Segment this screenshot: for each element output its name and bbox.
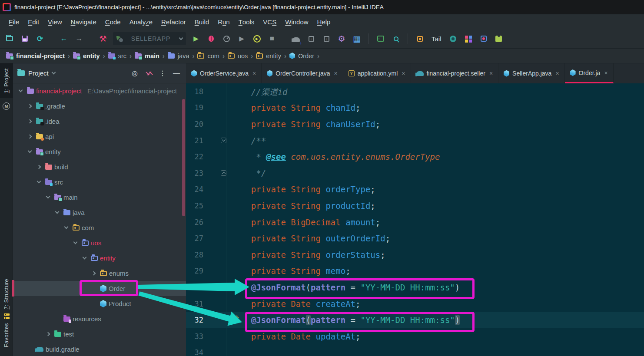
chevron-right-icon[interactable] bbox=[92, 271, 96, 276]
build-project-button[interactable]: ⚒ bbox=[98, 33, 108, 44]
download-dependencies-button[interactable]: ↓ bbox=[321, 33, 332, 44]
editor-tab-financial-project-seller[interactable]: financial-project.seller× bbox=[411, 63, 499, 83]
menu-vcs[interactable]: VCS bbox=[259, 14, 281, 29]
breadcrumb-item-main[interactable]: main bbox=[135, 53, 159, 59]
menu-run[interactable]: Run bbox=[213, 14, 234, 29]
chevron-down-icon[interactable] bbox=[28, 149, 32, 153]
chevron-down-icon[interactable] bbox=[51, 70, 56, 75]
breadcrumb-item-src[interactable]: src bbox=[108, 53, 126, 59]
panel-title[interactable]: Project bbox=[28, 69, 49, 77]
code-line-31[interactable]: 31 private Date createAt; bbox=[186, 296, 644, 312]
collapse-all-button[interactable]: ↘↖ bbox=[143, 70, 154, 76]
save-all-button[interactable] bbox=[20, 33, 30, 44]
forward-button[interactable]: → bbox=[74, 33, 84, 44]
menu-code[interactable]: Code bbox=[101, 14, 125, 29]
tree-item-uos[interactable]: uos bbox=[13, 235, 186, 251]
menu-tools[interactable]: Tools bbox=[234, 14, 259, 29]
tree-item--idea[interactable]: .idea bbox=[13, 114, 186, 129]
tail-plugin-label[interactable]: Tail bbox=[430, 35, 443, 43]
tree-item-java[interactable]: java bbox=[13, 205, 186, 220]
code-line-19[interactable]: 19 private String chanId; bbox=[186, 100, 644, 116]
fold-marker-icon[interactable] bbox=[221, 170, 226, 176]
stop-button[interactable]: ■ bbox=[267, 33, 277, 44]
terminal-button[interactable]: ›_ bbox=[375, 33, 386, 44]
code-line-21[interactable]: 21 /** bbox=[186, 132, 644, 149]
chevron-down-icon[interactable] bbox=[55, 210, 60, 214]
color-squares-plugin-button[interactable] bbox=[463, 33, 474, 44]
bookmarks-icon[interactable] bbox=[4, 313, 10, 316]
code-line-23[interactable]: 23 */ bbox=[186, 165, 644, 181]
layout-grid-button[interactable]: ▦ bbox=[352, 33, 362, 44]
profile-button[interactable]: ▶ bbox=[236, 33, 247, 44]
code-line-34[interactable]: 34 bbox=[186, 345, 644, 356]
locate-file-button[interactable]: ◎ bbox=[129, 69, 140, 77]
chevron-right-icon[interactable] bbox=[28, 135, 32, 139]
tree-item-test[interactable]: test bbox=[13, 326, 186, 342]
close-icon[interactable]: × bbox=[252, 70, 256, 77]
tree-item-financial-project[interactable]: financial-projectE:\JavaProject\financia… bbox=[13, 83, 186, 99]
menu-file[interactable]: File bbox=[4, 14, 23, 29]
code-line-25[interactable]: 25 private String productId; bbox=[186, 198, 644, 214]
editor-body[interactable]: 18 //渠道id19 private String chanId;20 pri… bbox=[186, 83, 644, 356]
close-icon[interactable]: × bbox=[489, 70, 493, 77]
close-icon[interactable]: × bbox=[334, 70, 338, 77]
menu-help[interactable]: Help bbox=[313, 14, 335, 29]
menu-edit[interactable]: Edit bbox=[23, 14, 43, 29]
rerun-button[interactable]: ▶ bbox=[252, 33, 262, 44]
menu-analyze[interactable]: Analyze bbox=[125, 14, 157, 29]
code-line-32[interactable]: 32☀ @JsonFormat(pattern = "YY-MM-DD HH:m… bbox=[186, 312, 644, 328]
code-line-33[interactable]: 33 private Date updateAt; bbox=[186, 328, 644, 345]
code-line-29[interactable]: 29 private String memo; bbox=[186, 263, 644, 280]
code-line-27[interactable]: 27 private String outerOrderId; bbox=[186, 230, 644, 247]
tree-item-main[interactable]: main bbox=[13, 190, 186, 205]
tool-window-button-project[interactable]: 1: Project bbox=[0, 63, 13, 98]
search-everywhere-button[interactable] bbox=[391, 33, 401, 44]
tree-item-api[interactable]: api bbox=[13, 129, 186, 144]
chevron-right-icon[interactable] bbox=[37, 165, 41, 169]
tool-window-button-favorites[interactable]: Favorites bbox=[3, 323, 10, 347]
tree-item-resources[interactable]: resources bbox=[13, 311, 186, 326]
close-icon[interactable]: × bbox=[555, 70, 559, 77]
code-line-30[interactable]: 30 @JsonFormat(pattern = "YY-MM-DD HH:mm… bbox=[186, 279, 644, 296]
editor-tab-ordercontroller-java[interactable]: OrderController.java× bbox=[262, 63, 343, 83]
chevron-down-icon[interactable] bbox=[46, 194, 50, 199]
tree-item-enums[interactable]: enums bbox=[13, 266, 186, 281]
attach-debugger-button[interactable] bbox=[415, 33, 425, 44]
chevron-down-icon[interactable] bbox=[83, 255, 87, 260]
tree-item-com[interactable]: com bbox=[13, 220, 186, 235]
debug-button[interactable] bbox=[206, 33, 216, 44]
code-line-24[interactable]: 24 private String orderType; bbox=[186, 181, 644, 198]
chevron-down-icon[interactable] bbox=[37, 179, 41, 184]
tree-item-order[interactable]: Order bbox=[13, 281, 186, 296]
back-button[interactable]: ← bbox=[59, 33, 69, 44]
menu-build[interactable]: Build bbox=[190, 14, 213, 29]
tree-item-src[interactable]: src bbox=[13, 175, 186, 190]
tree-item--gradle[interactable]: .gradle bbox=[13, 99, 186, 114]
tree-item-entity[interactable]: entity bbox=[13, 251, 186, 266]
breadcrumb-item-entity[interactable]: entity bbox=[256, 53, 281, 59]
chevron-down-icon[interactable] bbox=[64, 225, 69, 229]
menu-window[interactable]: Window bbox=[281, 14, 312, 29]
run-with-coverage-button[interactable] bbox=[221, 33, 232, 44]
breadcrumb-item-financial-project[interactable]: financial-project bbox=[6, 53, 65, 59]
maven-stripe-button[interactable]: M bbox=[3, 102, 10, 110]
editor-tab-application-yml[interactable]: Yapplication.yml× bbox=[343, 63, 411, 83]
menu-navigate[interactable]: Navigate bbox=[66, 14, 101, 29]
menu-view[interactable]: View bbox=[43, 14, 66, 29]
breadcrumb-item-java[interactable]: java bbox=[168, 53, 189, 59]
run-button[interactable]: ▶ bbox=[191, 33, 201, 44]
code-line-20[interactable]: 20 private String chanUserId; bbox=[186, 116, 644, 132]
run-configuration-select[interactable]: SELLERAPP bbox=[113, 32, 186, 45]
editor-tab-order-ja[interactable]: Order.ja× bbox=[565, 63, 614, 83]
breadcrumb-item-entity[interactable]: entity bbox=[73, 53, 100, 59]
panel-options-button[interactable]: ⋮ bbox=[157, 69, 168, 77]
monitor-plugin-button[interactable] bbox=[448, 33, 458, 44]
breadcrumb-item-order[interactable]: Order bbox=[289, 53, 314, 59]
chevron-right-icon[interactable] bbox=[28, 119, 32, 124]
sync-button[interactable]: ⟳ bbox=[35, 33, 45, 44]
code-line-22[interactable]: 22 * @see com.uos.entity.enums.OrderType bbox=[186, 148, 644, 165]
tree-item-entity[interactable]: entity bbox=[13, 144, 186, 159]
breadcrumb-item-com[interactable]: com bbox=[197, 53, 219, 59]
editor-tab-sellerapp-java[interactable]: SellerApp.java× bbox=[498, 63, 564, 83]
fold-marker-icon[interactable] bbox=[221, 138, 226, 143]
